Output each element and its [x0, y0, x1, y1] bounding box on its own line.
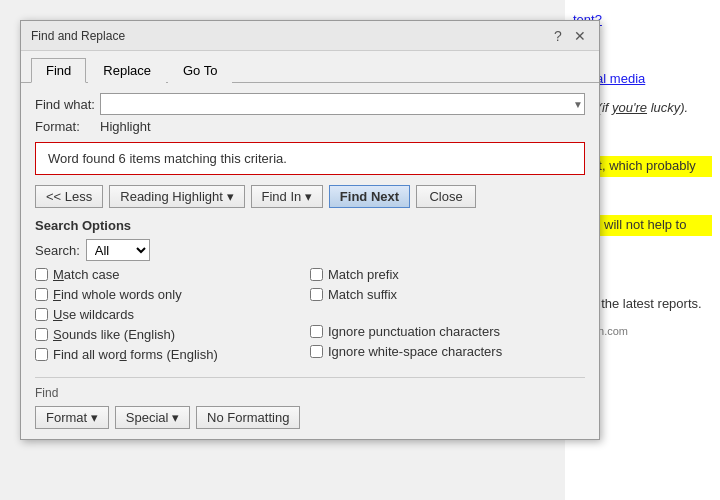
ignore-punctuation-item: Ignore punctuation characters [310, 324, 585, 339]
status-box: Word found 6 items matching this criteri… [35, 142, 585, 175]
match-suffix-checkbox[interactable] [310, 288, 323, 301]
format-label: Format: [35, 119, 100, 134]
checkbox-col-left: Match case Find whole words only Use wil… [35, 267, 310, 367]
ignore-punctuation-checkbox[interactable] [310, 325, 323, 338]
titlebar-controls: ? ✕ [549, 27, 589, 45]
find-next-button[interactable]: Find Next [329, 185, 410, 208]
close-dialog-button[interactable]: ✕ [571, 27, 589, 45]
checkbox-col-right: Match prefix Match suffix Ignore punctua… [310, 267, 585, 367]
format-button[interactable]: Format ▾ [35, 406, 109, 429]
less-button[interactable]: << Less [35, 185, 103, 208]
special-button[interactable]: Special ▾ [115, 406, 190, 429]
checkboxes-grid: Match case Find whole words only Use wil… [35, 267, 585, 367]
match-prefix-label: Match prefix [328, 267, 399, 282]
find-what-label: Find what: [35, 97, 100, 112]
ignore-whitespace-item: Ignore white-space characters [310, 344, 585, 359]
find-section: Find Format ▾ Special ▾ No Formatting [35, 377, 585, 429]
tab-goto[interactable]: Go To [168, 58, 232, 83]
find-replace-dialog: Find and Replace ? ✕ Find Replace Go To … [20, 20, 600, 440]
match-case-label: Match case [53, 267, 120, 282]
main-button-row: << Less Reading Highlight ▾ Find In ▾ Fi… [35, 185, 585, 208]
word-forms-item: Find all word forms (English) [35, 347, 310, 362]
reading-highlight-button[interactable]: Reading Highlight ▾ [109, 185, 244, 208]
match-suffix-label: Match suffix [328, 287, 397, 302]
format-row: Format: Highlight [35, 119, 585, 134]
whole-words-checkbox[interactable] [35, 288, 48, 301]
tabs-bar: Find Replace Go To [21, 51, 599, 83]
sounds-like-item: Sounds like (English) [35, 327, 310, 342]
match-case-checkbox[interactable] [35, 268, 48, 281]
sounds-like-label: Sounds like (English) [53, 327, 175, 342]
word-forms-checkbox[interactable] [35, 348, 48, 361]
word-forms-label: Find all word forms (English) [53, 347, 218, 362]
find-input-wrap: ▼ [100, 93, 585, 115]
wildcards-label: Use wildcards [53, 307, 134, 322]
tab-find[interactable]: Find [31, 58, 86, 83]
sounds-like-checkbox[interactable] [35, 328, 48, 341]
find-in-button[interactable]: Find In ▾ [251, 185, 323, 208]
match-suffix-item: Match suffix [310, 287, 585, 302]
bottom-button-row: Format ▾ Special ▾ No Formatting [35, 406, 585, 429]
no-formatting-button[interactable]: No Formatting [196, 406, 300, 429]
dialog-title: Find and Replace [31, 29, 125, 43]
wildcards-checkbox[interactable] [35, 308, 48, 321]
ignore-whitespace-label: Ignore white-space characters [328, 344, 502, 359]
dialog-body: Find what: ▼ Format: Highlight Word foun… [21, 83, 599, 439]
format-value: Highlight [100, 119, 151, 134]
whole-words-label: Find whole words only [53, 287, 182, 302]
find-section-label: Find [35, 386, 585, 400]
find-input[interactable] [100, 93, 585, 115]
search-row: Search: All Up Down [35, 239, 585, 261]
match-case-item: Match case [35, 267, 310, 282]
find-what-row: Find what: ▼ [35, 93, 585, 115]
help-button[interactable]: ? [549, 27, 567, 45]
search-options-label: Search Options [35, 218, 585, 233]
ignore-punctuation-label: Ignore punctuation characters [328, 324, 500, 339]
match-prefix-checkbox[interactable] [310, 268, 323, 281]
match-prefix-item: Match prefix [310, 267, 585, 282]
dialog-titlebar: Find and Replace ? ✕ [21, 21, 599, 51]
wildcards-item: Use wildcards [35, 307, 310, 322]
close-button[interactable]: Close [416, 185, 476, 208]
search-label: Search: [35, 243, 80, 258]
whole-words-item: Find whole words only [35, 287, 310, 302]
ignore-whitespace-checkbox[interactable] [310, 345, 323, 358]
dropdown-arrow-icon[interactable]: ▼ [573, 99, 583, 110]
search-select[interactable]: All Up Down [86, 239, 150, 261]
status-message: Word found 6 items matching this criteri… [48, 151, 287, 166]
tab-replace[interactable]: Replace [88, 58, 166, 83]
